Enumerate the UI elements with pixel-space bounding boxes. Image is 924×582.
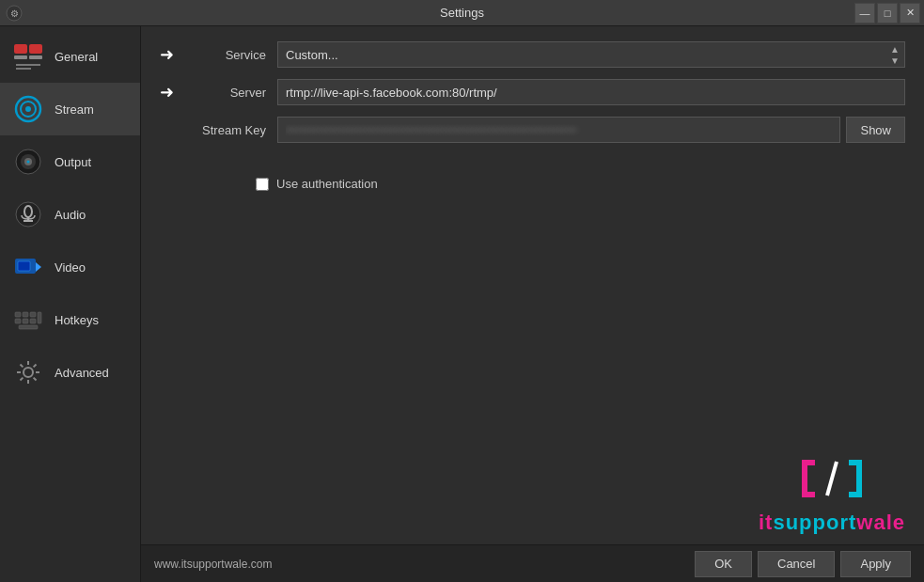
- watermark: itsupportwale: [759, 450, 905, 535]
- sidebar-item-video[interactable]: Video: [0, 241, 140, 293]
- svg-point-10: [25, 106, 31, 112]
- maximize-button[interactable]: □: [877, 3, 898, 24]
- svg-line-36: [21, 365, 23, 368]
- svg-rect-5: [29, 55, 42, 59]
- stream-icon: [11, 92, 45, 126]
- bottom-bar: www.itsupportwale.com OK Cancel Apply: [141, 544, 924, 582]
- svg-rect-30: [19, 325, 38, 329]
- svg-rect-23: [15, 312, 21, 317]
- main-layout: General Stream Output: [0, 26, 924, 582]
- sidebar-label-output: Output: [55, 155, 91, 169]
- svg-line-39: [21, 378, 23, 381]
- svg-rect-28: [30, 319, 36, 323]
- svg-rect-21: [18, 261, 30, 271]
- svg-rect-4: [14, 55, 27, 59]
- svg-line-37: [34, 378, 37, 381]
- sidebar-item-general[interactable]: General: [0, 30, 140, 83]
- service-arrow-icon: ➜: [160, 44, 174, 65]
- sidebar-item-audio[interactable]: Audio: [0, 188, 140, 241]
- svg-line-42: [827, 462, 837, 495]
- svg-rect-2: [14, 44, 27, 54]
- service-label: Service: [181, 48, 266, 62]
- output-icon: [11, 145, 45, 179]
- svg-rect-27: [23, 319, 28, 323]
- sidebar-item-hotkeys[interactable]: Hotkeys: [0, 293, 140, 346]
- sidebar-label-stream: Stream: [55, 102, 94, 117]
- svg-marker-20: [36, 262, 41, 272]
- hotkeys-icon: [11, 303, 45, 337]
- svg-rect-25: [30, 312, 36, 317]
- auth-checkbox[interactable]: [256, 178, 269, 191]
- service-select-wrapper: Custom... Twitch YouTube / YouTube Gamin…: [277, 41, 905, 68]
- cancel-button[interactable]: Cancel: [758, 551, 835, 577]
- window-controls: — □ ✕: [854, 3, 920, 24]
- svg-rect-26: [15, 319, 21, 323]
- advanced-icon: [11, 355, 45, 389]
- sidebar-label-video: Video: [55, 260, 86, 275]
- svg-marker-41: [849, 460, 862, 497]
- general-icon: [11, 39, 45, 73]
- sidebar-label-advanced: Advanced: [55, 366, 109, 380]
- sidebar-item-advanced[interactable]: Advanced: [0, 346, 140, 399]
- server-arrow-icon: ➜: [160, 82, 174, 102]
- svg-line-38: [34, 365, 37, 368]
- apply-button[interactable]: Apply: [840, 551, 911, 577]
- sidebar-label-general: General: [55, 50, 98, 64]
- app-icon: ⚙: [6, 5, 23, 22]
- audio-icon: [11, 197, 45, 231]
- watermark-logo: [794, 450, 869, 507]
- close-button[interactable]: ✕: [900, 3, 920, 24]
- sidebar: General Stream Output: [0, 26, 141, 582]
- auth-label: Use authentication: [276, 177, 378, 191]
- svg-point-31: [23, 368, 33, 377]
- minimize-button[interactable]: —: [854, 3, 875, 24]
- server-input[interactable]: [277, 79, 905, 105]
- service-row: ➜ Service Custom... Twitch YouTube / You…: [160, 41, 905, 68]
- watermark-brand: itsupportwale: [759, 511, 905, 535]
- svg-rect-3: [29, 44, 42, 54]
- server-row: ➜ Server: [160, 79, 905, 105]
- title-bar: ⚙ Settings — □ ✕: [0, 0, 924, 26]
- stream-key-label: Stream Key: [181, 123, 266, 137]
- svg-rect-24: [23, 312, 28, 317]
- bottom-url: www.itsupportwale.com: [154, 558, 695, 571]
- window-title: Settings: [440, 6, 484, 20]
- svg-point-14: [27, 161, 30, 164]
- content-area: ➜ Service Custom... Twitch YouTube / You…: [141, 26, 924, 582]
- service-select[interactable]: Custom... Twitch YouTube / YouTube Gamin…: [277, 41, 905, 68]
- sidebar-item-output[interactable]: Output: [0, 135, 140, 188]
- video-icon: [11, 250, 45, 284]
- sidebar-label-audio: Audio: [55, 208, 86, 222]
- svg-marker-40: [802, 460, 815, 497]
- svg-text:⚙: ⚙: [10, 8, 19, 19]
- stream-key-input[interactable]: [277, 117, 840, 143]
- server-label: Server: [181, 86, 266, 100]
- show-button[interactable]: Show: [846, 117, 905, 143]
- auth-row: Use authentication: [256, 177, 905, 191]
- sidebar-label-hotkeys: Hotkeys: [55, 313, 99, 327]
- ok-button[interactable]: OK: [695, 551, 752, 577]
- stream-key-row: ➜ Stream Key Show: [160, 117, 905, 143]
- sidebar-item-stream[interactable]: Stream: [0, 83, 140, 135]
- svg-rect-29: [38, 312, 41, 323]
- bottom-actions: OK Cancel Apply: [695, 551, 911, 577]
